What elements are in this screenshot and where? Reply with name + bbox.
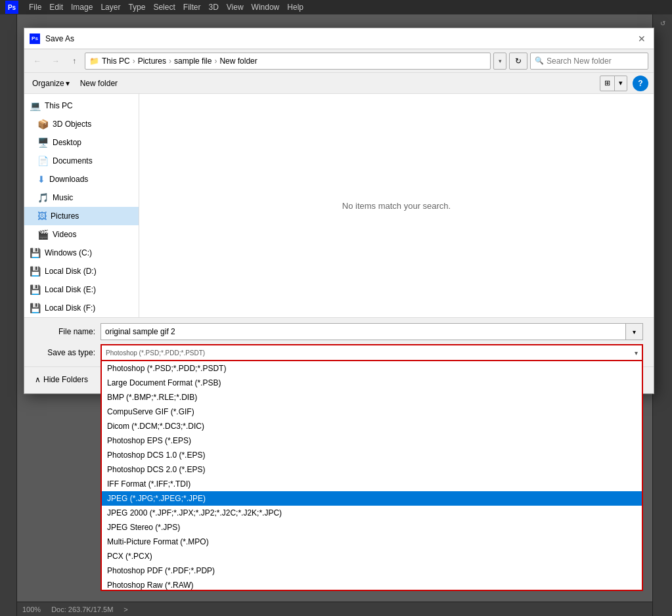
savetype-option-pcx[interactable]: PCX (*.PCX) [102,549,642,563]
savetype-option-dcs2[interactable]: Photoshop DCS 2.0 (*.EPS) [102,462,642,477]
savetype-option-raw[interactable]: Photoshop Raw (*.RAW) [102,578,642,591]
filename-input[interactable] [101,323,626,340]
filename-label: File name: [35,327,101,336]
savetype-option-dicom[interactable]: Dicom (*.DCM;*.DC3;*.DIC) [102,419,642,433]
music-label: Music [53,193,73,202]
windows-c-icon: 💾 [30,248,41,258]
breadcrumb-dropdown-button[interactable]: ▾ [493,53,506,70]
sidebar-item-this-pc[interactable]: 💻 This PC [24,97,139,115]
menu-file[interactable]: File [29,3,41,12]
menu-help[interactable]: Help [287,3,303,12]
save-dialog: Ps Save As ✕ ← → ↑ 📁 This PC › Pictures … [24,28,654,394]
sidebar-item-windows-c[interactable]: 💾 Windows (C:) [24,244,139,262]
local-d-icon: 💾 [30,266,41,276]
dialog-nav-toolbar: ← → ↑ 📁 This PC › Pictures › sample file… [24,49,654,73]
doc-info: Doc: 263.7K/17.5M [51,605,113,613]
sidebar-item-videos[interactable]: 🎬 Videos [24,225,139,244]
downloads-icon: ⬇ [37,174,45,185]
ps-menubar: Ps File Edit Image Layer Type Select Fil… [0,0,672,14]
windows-c-label: Windows (C:) [45,248,92,257]
ps-statusbar: 100% Doc: 263.7K/17.5M > [17,602,652,616]
savetype-option-gif[interactable]: CompuServe GIF (*.GIF) [102,405,642,419]
3d-objects-icon: 📦 [37,119,49,129]
hide-folders-button[interactable]: ∧ Hide Folders [35,375,88,384]
sidebar-item-local-f[interactable]: 💾 Local Disk (F:) [24,299,139,317]
savetype-option-psb[interactable]: Large Document Format (*.PSB) [102,376,642,390]
sidebar-item-desktop[interactable]: 🖥️ Desktop [24,133,139,152]
savetype-selected[interactable]: Photoshop (*.PSD;*.PDD;*.PSDT) ▾ [101,344,643,361]
sidebar-item-documents[interactable]: 📄 Documents [24,152,139,170]
videos-label: Videos [53,230,76,239]
savetype-option-psd[interactable]: Photoshop (*.PSD;*.PDD;*.PSDT) [102,361,642,376]
view-chevron[interactable]: ▾ [615,76,627,91]
search-input[interactable] [547,56,644,66]
breadcrumb-sep-3: › [214,56,217,66]
local-e-icon: 💾 [30,284,41,295]
desktop-label: Desktop [53,138,81,147]
music-icon: 🎵 [37,192,49,203]
nav-forward-button[interactable]: → [48,53,64,69]
menu-3d[interactable]: 3D [208,3,218,12]
sidebar-item-pictures[interactable]: 🖼 Pictures [24,207,139,225]
savetype-option-eps[interactable]: Photoshop EPS (*.EPS) [102,433,642,448]
menu-edit[interactable]: Edit [49,3,63,12]
savetype-chevron: ▾ [635,349,638,357]
menu-view[interactable]: View [227,3,244,12]
savetype-option-jpeg2000[interactable]: JPEG 2000 (*.JPF;*.JPX;*.JP2;*.J2C;*.J2K… [102,506,642,520]
help-button[interactable]: ? [633,76,648,91]
savetype-option-pdf[interactable]: Photoshop PDF (*.PDF;*.PDP) [102,563,642,578]
nav-up-button[interactable]: ↑ [66,53,82,69]
breadcrumb-this-pc[interactable]: This PC [102,56,130,66]
savetype-dropdown[interactable]: Photoshop (*.PSD;*.PDD;*.PSDT) ▾ Photosh… [101,344,643,361]
savetype-option-mpo[interactable]: Multi-Picture Format (*.MPO) [102,535,642,549]
breadcrumb-sample[interactable]: sample file [174,56,212,66]
view-options-button[interactable]: ⊞ ▾ [600,76,627,91]
refresh-button[interactable]: ↻ [509,53,527,70]
filename-row: File name: ▾ [35,323,643,340]
empty-message: No items match your search. [342,201,451,211]
savetype-option-bmp[interactable]: BMP (*.BMP;*.RLE;*.DIB) [102,390,642,405]
savetype-row: Save as type: Photoshop (*.PSD;*.PDD;*.P… [35,344,643,361]
breadcrumb-bar[interactable]: 📁 This PC › Pictures › sample file › New… [85,53,491,70]
this-pc-icon: 💻 [30,100,41,111]
menu-layer[interactable]: Layer [101,3,120,12]
new-folder-button[interactable]: New folder [78,76,120,91]
breadcrumb-newfolder[interactable]: New folder [219,56,257,66]
local-d-label: Local Disk (D:) [45,267,97,276]
savetype-option-iff[interactable]: IFF Format (*.IFF;*.TDI) [102,477,642,491]
file-area: No items match your search. [139,94,654,317]
menu-filter[interactable]: Filter [183,3,201,12]
filename-dropdown-button[interactable]: ▾ [626,323,643,340]
savetype-dropdown-list: Photoshop (*.PSD;*.PDD;*.PSDT) Large Doc… [101,361,643,591]
menu-type[interactable]: Type [128,3,145,12]
ps-toolbar [0,14,17,616]
sidebar-item-3d-objects[interactable]: 📦 3D Objects [24,115,139,133]
breadcrumb-pictures[interactable]: Pictures [138,56,166,66]
sidebar-item-music[interactable]: 🎵 Music [24,188,139,207]
sidebar-item-local-d[interactable]: 💾 Local Disk (D:) [24,262,139,280]
documents-icon: 📄 [37,156,49,166]
savetype-option-jpegstereo[interactable]: JPEG Stereo (*.JPS) [102,520,642,535]
pictures-label: Pictures [51,211,79,221]
menu-window[interactable]: Window [252,3,280,12]
sidebar-item-downloads[interactable]: ⬇ Downloads [24,170,139,188]
downloads-label: Downloads [49,175,88,184]
this-pc-label: This PC [45,101,73,110]
doc-arrow: > [123,605,127,613]
savetype-option-jpeg[interactable]: JPEG (*.JPG;*.JPEG;*.JPE) [102,491,642,506]
nav-back-button[interactable]: ← [30,53,45,69]
breadcrumb-folder-icon: 📁 [89,56,99,66]
sidebar-item-local-e[interactable]: 💾 Local Disk (E:) [24,280,139,299]
breadcrumb-sep-1: › [133,56,135,66]
menu-select[interactable]: Select [153,3,175,12]
organize-button[interactable]: Organize ▾ [30,76,72,91]
menu-image[interactable]: Image [71,3,93,12]
dialog-close-button[interactable]: ✕ [635,32,648,45]
search-box: 🔍 [530,53,648,70]
savetype-label: Save as type: [35,348,101,357]
local-f-icon: 💾 [30,303,41,313]
breadcrumb-sep-2: › [169,56,171,66]
dialog-titlebar: Ps Save As ✕ [24,28,654,49]
hide-folders-chevron: ∧ [35,375,41,384]
savetype-option-dcs1[interactable]: Photoshop DCS 1.0 (*.EPS) [102,448,642,462]
